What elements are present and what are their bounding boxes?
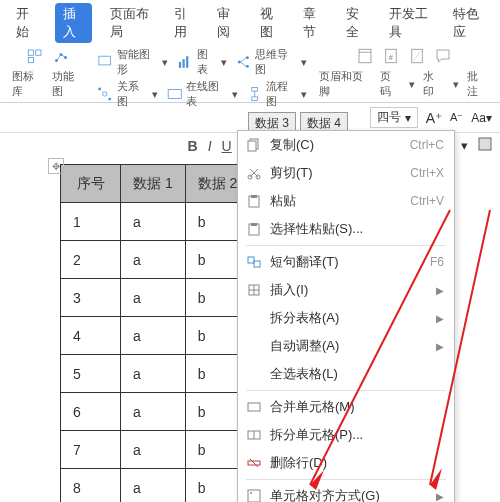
table-row[interactable]: 5ab bbox=[61, 355, 250, 393]
tab-section[interactable]: 章节 bbox=[299, 3, 328, 43]
menu-item[interactable]: 拆分表格(A)▶ bbox=[238, 304, 454, 332]
tab-view[interactable]: 视图 bbox=[256, 3, 285, 43]
flowchart-button[interactable]: 流程图 ▾ bbox=[246, 79, 307, 109]
svg-point-15 bbox=[109, 98, 112, 101]
svg-point-10 bbox=[238, 61, 241, 64]
table-cell[interactable]: 6 bbox=[61, 393, 121, 431]
header-footer-icon[interactable] bbox=[356, 47, 374, 67]
merge-icon bbox=[246, 399, 262, 415]
table-move-handle-icon[interactable]: ✥ bbox=[48, 158, 64, 174]
tab-review[interactable]: 审阅 bbox=[213, 3, 242, 43]
menu-item[interactable]: 粘贴Ctrl+V bbox=[238, 187, 454, 215]
comment-label[interactable]: 批注 bbox=[467, 69, 488, 99]
menu-item[interactable]: 短句翻译(T)F6 bbox=[238, 248, 454, 276]
font-grow-icon[interactable]: A⁺ bbox=[426, 110, 442, 126]
watermark-label[interactable]: 水印 bbox=[423, 69, 444, 99]
svg-rect-18 bbox=[252, 97, 258, 101]
menu-shortcut: Ctrl+V bbox=[410, 194, 444, 208]
blank-icon bbox=[246, 310, 262, 326]
tab-security[interactable]: 安全 bbox=[342, 3, 371, 43]
tab-references[interactable]: 引用 bbox=[170, 3, 199, 43]
menu-item-label: 全选表格(L) bbox=[270, 365, 444, 383]
icon-lib-label[interactable]: 图标库 bbox=[12, 69, 44, 99]
italic-button[interactable]: I bbox=[208, 138, 212, 154]
tab-special[interactable]: 特色应 bbox=[449, 3, 488, 43]
data-table[interactable]: 序号数据 1数据 2 1ab2ab3ab4ab5ab6ab7ab8ab9ab10… bbox=[60, 164, 250, 502]
change-case-icon[interactable]: Aa▾ bbox=[471, 111, 492, 125]
font-shrink-icon[interactable]: A⁻ bbox=[450, 111, 463, 124]
func-chart-label[interactable]: 功能图 bbox=[52, 69, 84, 99]
table-row[interactable]: 7ab bbox=[61, 431, 250, 469]
svg-rect-36 bbox=[254, 261, 260, 267]
relation-button[interactable]: 关系图 ▾ bbox=[96, 79, 157, 109]
comment-icon[interactable] bbox=[434, 47, 452, 67]
table-cell[interactable]: a bbox=[121, 355, 186, 393]
cut-icon bbox=[246, 165, 262, 181]
submenu-arrow-icon: ▶ bbox=[436, 491, 444, 502]
menu-item[interactable]: 复制(C)Ctrl+C bbox=[238, 131, 454, 159]
table-cell[interactable]: a bbox=[121, 241, 186, 279]
menu-item[interactable]: 单元格对齐方式(G)▶ bbox=[238, 482, 454, 502]
tab-dev[interactable]: 开发工具 bbox=[385, 3, 435, 43]
page-num-icon[interactable]: # bbox=[382, 47, 400, 67]
blank-icon bbox=[246, 338, 262, 354]
table-row[interactable]: 4ab bbox=[61, 317, 250, 355]
svg-line-44 bbox=[250, 459, 258, 467]
table-cell[interactable]: a bbox=[121, 469, 186, 503]
menu-item[interactable]: 删除行(D) bbox=[238, 449, 454, 477]
table-cell[interactable]: a bbox=[121, 393, 186, 431]
table-cell[interactable]: a bbox=[121, 203, 186, 241]
svg-rect-7 bbox=[179, 62, 181, 68]
translate-icon bbox=[246, 254, 262, 270]
menu-item[interactable]: 自动调整(A)▶ bbox=[238, 332, 454, 360]
table-cell[interactable]: 4 bbox=[61, 317, 121, 355]
menu-item-label: 自动调整(A) bbox=[270, 337, 428, 355]
bold-button[interactable]: B bbox=[188, 138, 198, 154]
menu-item[interactable]: 剪切(T)Ctrl+X bbox=[238, 159, 454, 187]
table-header[interactable]: 数据 1 bbox=[121, 165, 186, 203]
page-num-label[interactable]: 页码 bbox=[380, 69, 401, 99]
tab-insert[interactable]: 插入 bbox=[55, 3, 92, 43]
table-cell[interactable]: a bbox=[121, 317, 186, 355]
menu-item[interactable]: 选择性粘贴(S)... bbox=[238, 215, 454, 243]
ribbon: 图标库 功能图 智能图形 ▾ 图表 ▾ 思维导图 ▾ 关系图 ▾ 在线图表 ▾ … bbox=[0, 43, 500, 103]
menu-item[interactable]: 全选表格(L) bbox=[238, 360, 454, 388]
menu-item[interactable]: 拆分单元格(P)... bbox=[238, 421, 454, 449]
table-row[interactable]: 1ab bbox=[61, 203, 250, 241]
func-chart-icon[interactable] bbox=[52, 47, 70, 67]
insert-icon bbox=[246, 282, 262, 298]
table-row[interactable]: 3ab bbox=[61, 279, 250, 317]
table-row[interactable]: 2ab bbox=[61, 241, 250, 279]
svg-point-13 bbox=[103, 92, 107, 96]
table-cell[interactable]: 3 bbox=[61, 279, 121, 317]
table-cell[interactable]: 7 bbox=[61, 431, 121, 469]
context-menu: 复制(C)Ctrl+C剪切(T)Ctrl+X粘贴Ctrl+V选择性粘贴(S)..… bbox=[237, 130, 455, 502]
table-cell[interactable]: 1 bbox=[61, 203, 121, 241]
mindmap-button[interactable]: 思维导图 ▾ bbox=[235, 47, 307, 77]
menu-item[interactable]: 合并单元格(M) bbox=[238, 393, 454, 421]
watermark-icon[interactable] bbox=[408, 47, 426, 67]
table-cell[interactable]: a bbox=[121, 431, 186, 469]
table-cell[interactable]: 8 bbox=[61, 469, 121, 503]
table-cell[interactable]: 5 bbox=[61, 355, 121, 393]
tab-layout[interactable]: 页面布局 bbox=[106, 3, 156, 43]
table-cell[interactable]: a bbox=[121, 279, 186, 317]
chart-button[interactable]: 图表 ▾ bbox=[176, 47, 227, 77]
shading-button[interactable] bbox=[478, 137, 492, 154]
delete-row-icon bbox=[246, 455, 262, 471]
header-footer-label[interactable]: 页眉和页脚 bbox=[319, 69, 372, 99]
smart-shape-button[interactable]: 智能图形 ▾ bbox=[96, 47, 168, 77]
blank-icon bbox=[246, 366, 262, 382]
table-header[interactable]: 序号 bbox=[61, 165, 121, 203]
menu-item[interactable]: 插入(I)▶ bbox=[238, 276, 454, 304]
table-row[interactable]: 8ab bbox=[61, 469, 250, 503]
table-cell[interactable]: 2 bbox=[61, 241, 121, 279]
underline-button[interactable]: U bbox=[222, 138, 232, 154]
table-row[interactable]: 6ab bbox=[61, 393, 250, 431]
online-chart-button[interactable]: 在线图表 ▾ bbox=[166, 79, 238, 109]
tab-start[interactable]: 开始 bbox=[12, 3, 41, 43]
font-size-select[interactable]: 四号▾ bbox=[370, 107, 418, 128]
icon-lib-icon[interactable] bbox=[26, 47, 44, 67]
svg-rect-2 bbox=[28, 58, 33, 63]
align-icon bbox=[246, 488, 262, 502]
